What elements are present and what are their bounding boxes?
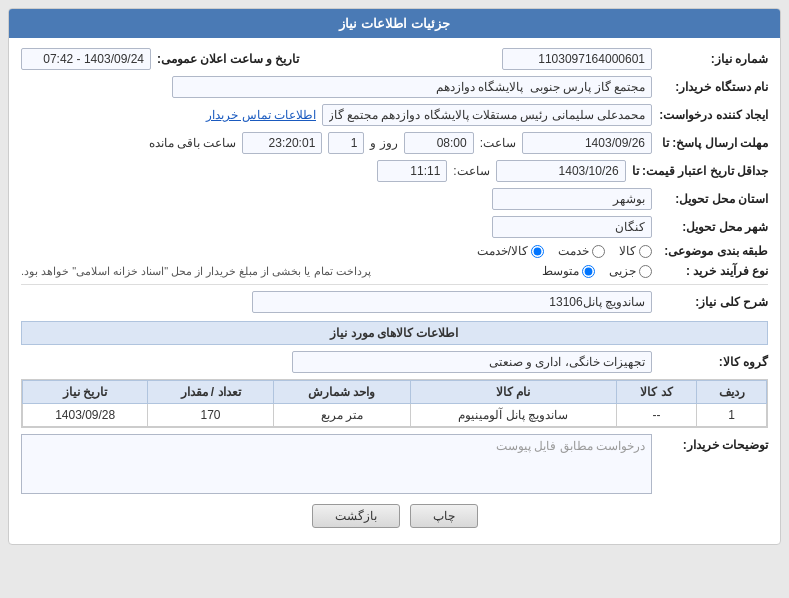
button-row: چاپ بازگشت	[21, 504, 768, 534]
col-kod: کد کالا	[616, 381, 696, 404]
page-header: جزئیات اطلاعات نیاز	[9, 9, 780, 38]
shrh-input[interactable]	[252, 291, 652, 313]
cell-tarikh: 1403/09/28	[23, 404, 148, 427]
tozih-textarea[interactable]: درخواست مطابق فایل پیوست	[21, 434, 652, 494]
radio-kala-khadamat-label: کالا/خدمت	[477, 244, 528, 258]
ijad-label: ایجاد کننده درخواست:	[658, 108, 768, 122]
col-tedad: تعداد / مقدار	[148, 381, 273, 404]
cell-name: ساندویچ پانل آلومینیوم	[410, 404, 616, 427]
shrh-label: شرح کلی نیاز:	[658, 295, 768, 309]
nam-dastgah-input[interactable]	[172, 76, 652, 98]
ostan-input[interactable]	[492, 188, 652, 210]
tarikh-input[interactable]	[21, 48, 151, 70]
col-radif: ردیف	[697, 381, 767, 404]
group-kala-input[interactable]	[292, 351, 652, 373]
ostan-label: استان محل تحویل:	[658, 192, 768, 206]
ijad-input[interactable]	[322, 104, 652, 126]
divider-1	[21, 284, 768, 285]
radio-jozii[interactable]: جزیی	[609, 264, 652, 278]
radio-motevaset-label: متوسط	[542, 264, 579, 278]
radio-jozii-label: جزیی	[609, 264, 636, 278]
jadval-label: جداقل تاریخ اعتبار قیمت: تا	[632, 164, 768, 178]
ettelaat-link[interactable]: اطلاعات تماس خریدار	[206, 108, 316, 122]
kala-table-wrapper: ردیف کد کالا نام کالا واحد شمارش تعداد /…	[21, 379, 768, 428]
shahr-label: شهر محل تحویل:	[658, 220, 768, 234]
col-name: نام کالا	[410, 381, 616, 404]
jadval-saat-label: ساعت:	[453, 164, 489, 178]
cell-vahed: متر مربع	[273, 404, 410, 427]
cell-tedad: 170	[148, 404, 273, 427]
nooe-label: نوع فرآیند خرید :	[658, 264, 768, 278]
mohlat-rooz-input[interactable]	[328, 132, 364, 154]
mohlat-date-input[interactable]	[522, 132, 652, 154]
mohlat-mande-label: ساعت باقی مانده	[149, 136, 237, 150]
tarikh-label: تاریخ و ساعت اعلان عمومی:	[157, 52, 299, 66]
radio-khadamat-label: خدمت	[558, 244, 589, 258]
nam-dastgah-label: نام دستگاه خریدار:	[658, 80, 768, 94]
radio-kala-label: کالا	[619, 244, 636, 258]
mohlat-saat-label: ساعت:	[480, 136, 516, 150]
shomara-input[interactable]	[502, 48, 652, 70]
tabaghe-radio-group: کالا خدمت کالا/خدمت	[477, 244, 652, 258]
radio-khadamat[interactable]: خدمت	[558, 244, 605, 258]
radio-motevaset[interactable]: متوسط	[542, 264, 595, 278]
mohlat-saat-input[interactable]	[404, 132, 474, 154]
tabaghe-label: طبقه بندی موضوعی:	[658, 244, 768, 258]
nooe-radio-group: جزیی متوسط	[542, 264, 652, 278]
mohlat-mande-input[interactable]	[242, 132, 322, 154]
table-row: 1 -- ساندویچ پانل آلومینیوم متر مربع 170…	[23, 404, 767, 427]
cell-kod: --	[616, 404, 696, 427]
page-title: جزئیات اطلاعات نیاز	[339, 16, 449, 31]
group-kala-label: گروه کالا:	[658, 355, 768, 369]
cell-radif: 1	[697, 404, 767, 427]
shomara-label: شماره نیاز:	[658, 52, 768, 66]
tozih-label: توضیحات خریدار:	[658, 438, 768, 452]
shahr-input[interactable]	[492, 216, 652, 238]
jadval-date-input[interactable]	[496, 160, 626, 182]
kala-table: ردیف کد کالا نام کالا واحد شمارش تعداد /…	[22, 380, 767, 427]
back-button[interactable]: بازگشت	[312, 504, 400, 528]
ettelaat-kala-title: اطلاعات کالاهای مورد نیاز	[21, 321, 768, 345]
payment-note: پرداخت تمام یا بخشی از مبلغ خریدار از مح…	[21, 265, 371, 278]
mohlat-label: مهلت ارسال پاسخ: تا	[658, 136, 768, 150]
jadval-saat-input[interactable]	[377, 160, 447, 182]
mohlat-rooz-label: روز و	[370, 136, 397, 150]
radio-kala-khadamat[interactable]: کالا/خدمت	[477, 244, 544, 258]
col-tarikh: تاریخ نیاز	[23, 381, 148, 404]
col-vahed: واحد شمارش	[273, 381, 410, 404]
radio-kala[interactable]: کالا	[619, 244, 652, 258]
print-button[interactable]: چاپ	[410, 504, 478, 528]
